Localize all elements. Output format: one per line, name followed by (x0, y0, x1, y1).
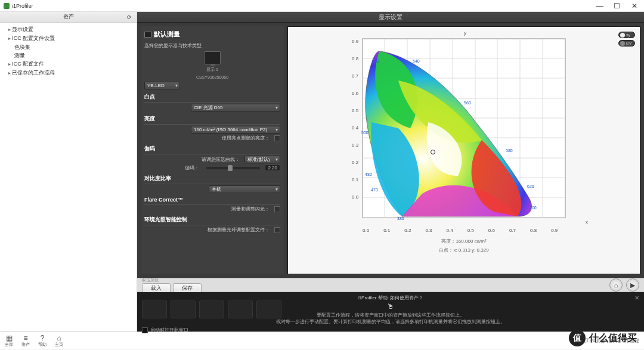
minimize-button[interactable]: — (592, 2, 608, 10)
tb-all[interactable]: ▦全部 (5, 334, 13, 348)
flare-section: Flare Correct™ (144, 197, 280, 205)
ambient-section: 环境光照智能控制 (144, 216, 280, 225)
tree-item-icc-settings[interactable]: ICC 配置文件设置 (4, 34, 133, 43)
help-panel: ✕ i1Profiler 帮助: 如何使用资产？ 🖱 要配置工作流程，请将资产窗… (137, 292, 644, 332)
watermark-badge: 值 (569, 330, 586, 346)
startup-label: 启动时打开此窗口 (150, 327, 188, 333)
svg-text:580: 580 (506, 148, 513, 153)
home-round-button[interactable]: ⌂ (609, 278, 623, 292)
gamma-value[interactable]: 2.20 (265, 165, 280, 171)
workflow-thumbs (142, 301, 281, 318)
ambient-checkbox[interactable] (274, 227, 280, 233)
svg-text:500: 500 (361, 131, 369, 135)
contrast-section: 对比度比率 (144, 175, 280, 184)
cie-preview: xy u'v' (287, 26, 640, 274)
app-title: i1Profiler (12, 3, 33, 9)
tree-item-workflow[interactable]: 已保存的工作流程 (4, 69, 133, 78)
flare-checkbox[interactable] (274, 206, 280, 212)
maximize-button[interactable]: ☐ (608, 2, 625, 10)
svg-text:540: 540 (413, 59, 420, 63)
taskbar: ▦全部 ≡资产 ?帮助 ⌂主页 加载工作流程 保存工作流程 (0, 332, 644, 349)
monitor-icon (144, 32, 151, 38)
lum-readout: 亮度：160.000 cd/m² (441, 238, 486, 244)
svg-text:560: 560 (464, 101, 471, 105)
monitor-selector[interactable]: 显示 1 CSSY916250060 (144, 51, 280, 79)
gamma-section: 伽码 (144, 145, 280, 154)
thumb[interactable] (142, 301, 167, 318)
cie-chart: 380470480 500520540 560580620700 y x 0.0… (339, 33, 589, 236)
y-axis-label: y (464, 30, 466, 36)
gamma-slider[interactable] (206, 167, 260, 169)
monitor-thumb-icon (204, 51, 221, 64)
whitepoint-dropdown[interactable]: CIE 光源 D65 (191, 104, 280, 111)
svg-text:520: 520 (372, 59, 379, 63)
refresh-icon[interactable]: ⟳ (127, 14, 132, 20)
wp-readout: 白点：x: 0.313 y: 0.329 (439, 247, 488, 253)
tree-item-display[interactable]: 显示设置 (4, 25, 133, 34)
tree-item-measure[interactable]: 测量 (4, 51, 133, 60)
help-close-icon[interactable]: ✕ (634, 295, 639, 301)
luminance-section: 亮度 (144, 115, 280, 125)
whitepoint-section: 白点 (144, 93, 280, 103)
sidebar: 资产 ⟳ 显示设置 ICC 配置文件设置 色块集 测量 ICC 配置文件 已保存… (0, 12, 137, 332)
close-button[interactable]: ✕ (625, 2, 644, 10)
select-display-label: 选择您的显示器与技术类型 (144, 42, 280, 49)
workarea: 显示设置 默认测量 选择您的显示器与技术类型 显示 1 CSSY91625006… (137, 12, 644, 332)
tb-help[interactable]: ?帮助 (38, 334, 47, 348)
watermark: 值 什么值得买 (569, 330, 637, 346)
app-icon (4, 3, 10, 9)
x-axis-label: x (586, 219, 588, 225)
tree-item-patches[interactable]: 色块集 (4, 43, 133, 51)
tb-home[interactable]: ⌂主页 (55, 334, 63, 348)
radio-xy[interactable]: xy (618, 32, 635, 38)
y-ticks: 0.90.80.70.60.50.40.30.20.10.0 (352, 39, 358, 200)
tb-assets[interactable]: ≡资产 (21, 334, 30, 348)
next-round-button[interactable]: ▶ (626, 278, 639, 292)
watermark-text: 什么值得买 (589, 332, 637, 345)
svg-text:380: 380 (397, 216, 404, 221)
save-button[interactable]: 保存 (173, 283, 202, 293)
radio-uv[interactable]: u'v' (618, 40, 635, 47)
tree-item-icc-profile[interactable]: ICC 配置文件 (4, 60, 133, 69)
svg-text:700: 700 (530, 206, 537, 210)
settings-panel: 默认测量 选择您的显示器与技术类型 显示 1 CSSY916250060 YB-… (141, 26, 284, 274)
x-ticks: 0.00.10.20.30.40.50.60.70.80.9 (363, 228, 558, 233)
tonecurve-dropdown[interactable]: 标准(默认) (244, 156, 280, 163)
svg-text:470: 470 (371, 188, 378, 192)
import-hint: 双击加载 (142, 277, 159, 283)
startup-checkbox[interactable] (142, 327, 148, 333)
sidebar-header: 资产 ⟳ (0, 12, 137, 23)
help-line2: 或对每一步进行手动配置。要计算打印机测量的平均值，请选择多项打印机测量并将它们拖… (142, 318, 639, 325)
use-measured-checkbox[interactable] (274, 135, 280, 141)
import-bar: 双击加载 载入 保存 ⌂ ▶ (137, 278, 644, 292)
tech-dropdown[interactable]: YB-LED (144, 82, 180, 89)
asset-tree: 显示设置 ICC 配置文件设置 色块集 测量 ICC 配置文件 已保存的工作流程 (0, 23, 137, 80)
load-button[interactable]: 载入 (142, 283, 171, 293)
svg-text:480: 480 (365, 172, 372, 176)
svg-text:620: 620 (527, 184, 534, 188)
luminance-dropdown[interactable]: 160 cd/m² (ISO 3664 condition P2) (191, 126, 280, 134)
panel-heading: 默认测量 (144, 30, 280, 39)
workarea-title: 显示设置 (137, 12, 644, 23)
window-titlebar: i1Profiler — ☐ ✕ (0, 0, 644, 12)
svg-point-18 (431, 150, 435, 154)
contrast-dropdown[interactable]: 本机 (209, 185, 280, 193)
